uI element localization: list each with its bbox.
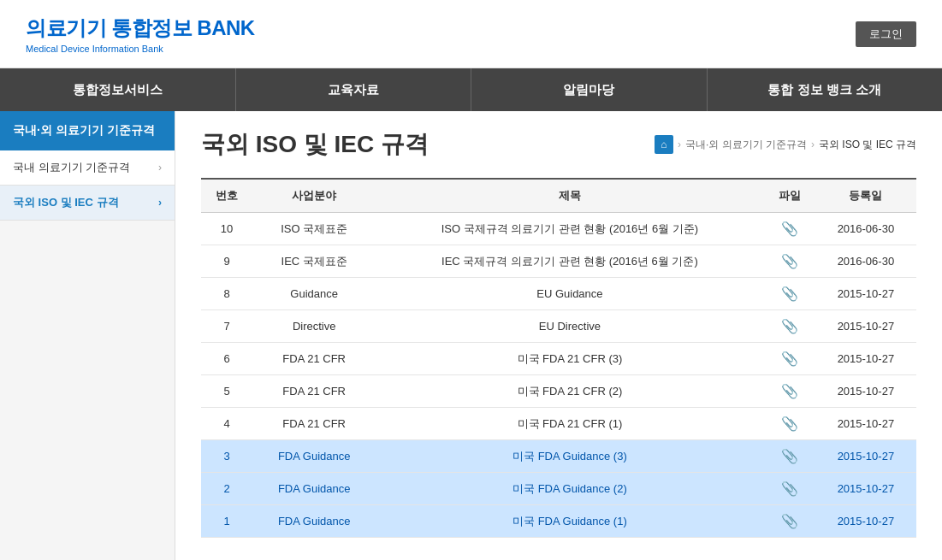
cell-num: 4: [201, 408, 252, 440]
cell-file[interactable]: 📎: [764, 245, 815, 278]
cell-title[interactable]: EU Guidance: [376, 278, 763, 310]
file-download-icon[interactable]: 📎: [781, 416, 798, 432]
logo-title: 의료기기 통합정보 BANK: [26, 15, 255, 42]
file-download-icon[interactable]: 📎: [781, 480, 798, 497]
col-category: 사업분야: [252, 179, 376, 213]
cell-file[interactable]: 📎: [764, 505, 815, 538]
file-download-icon[interactable]: 📎: [781, 351, 798, 367]
table-row[interactable]: 4FDA 21 CFR미국 FDA 21 CFR (1)📎2015-10-27: [201, 408, 916, 440]
main-nav: 통합정보서비스 교육자료 알림마당 통합 정보 뱅크 소개: [0, 68, 942, 111]
cell-num: 10: [201, 213, 252, 245]
cell-category: FDA 21 CFR: [252, 343, 376, 375]
cell-date: 2015-10-27: [815, 375, 916, 408]
cell-date: 2015-10-27: [815, 310, 916, 343]
cell-category: FDA Guidance: [252, 473, 376, 505]
file-download-icon[interactable]: 📎: [781, 318, 798, 334]
file-download-icon[interactable]: 📎: [781, 513, 798, 529]
cell-date: 2015-10-27: [815, 408, 916, 440]
table-row[interactable]: 10ISO 국제표준ISO 국제규격 의료기기 관련 현황 (2016년 6월 …: [201, 213, 916, 245]
cell-title[interactable]: IEC 국제규격 의료기기 관련 현황 (2016년 6월 기준): [376, 245, 763, 278]
cell-category: IEC 국제표준: [252, 245, 376, 278]
breadcrumb: ⌂ › 국내·외 의료기기 기준규격 › 국외 ISO 및 IEC 규격: [655, 135, 916, 154]
breadcrumb-home-icon[interactable]: ⌂: [655, 135, 673, 154]
main-content: 국외 ISO 및 IEC 규격 ⌂ › 국내·외 의료기기 기준규격 › 국외 …: [175, 111, 942, 560]
cell-date: 2015-10-27: [815, 473, 916, 505]
cell-date: 2015-10-27: [815, 343, 916, 375]
cell-category: FDA Guidance: [252, 440, 376, 473]
sidebar-item-iso[interactable]: 국외 ISO 및 IEC 규격 ›: [0, 186, 175, 221]
content-wrapper: 국내·외 의료기기 기준규격 국내 의료기기 기준규격 › 국외 ISO 및 I…: [0, 111, 942, 560]
data-table: 번호 사업분야 제목 파일 등록일 10ISO 국제표준ISO 국제규격 의료기…: [201, 178, 916, 538]
breadcrumb-level2: 국외 ISO 및 IEC 규격: [819, 138, 916, 152]
cell-category: FDA 21 CFR: [252, 408, 376, 440]
cell-num: 9: [201, 245, 252, 278]
cell-file[interactable]: 📎: [764, 408, 815, 440]
breadcrumb-sep2: ›: [811, 139, 815, 150]
cell-title[interactable]: 미국 FDA 21 CFR (2): [376, 375, 763, 408]
cell-file[interactable]: 📎: [764, 473, 815, 505]
col-date: 등록일: [815, 179, 916, 213]
cell-file[interactable]: 📎: [764, 278, 815, 310]
file-download-icon[interactable]: 📎: [781, 383, 798, 399]
sidebar: 국내·외 의료기기 기준규격 국내 의료기기 기준규격 › 국외 ISO 및 I…: [0, 111, 175, 560]
table-row[interactable]: 3FDA Guidance미국 FDA Guidance (3)📎2015-10…: [201, 440, 916, 473]
table-row[interactable]: 2FDA Guidance미국 FDA Guidance (2)📎2015-10…: [201, 473, 916, 505]
breadcrumb-level1[interactable]: 국내·외 의료기기 기준규격: [685, 138, 807, 152]
table-row[interactable]: 5FDA 21 CFR미국 FDA 21 CFR (2)📎2015-10-27: [201, 375, 916, 408]
cell-date: 2016-06-30: [815, 245, 916, 278]
nav-item-notice[interactable]: 알림마당: [471, 68, 708, 111]
cell-num: 8: [201, 278, 252, 310]
cell-file[interactable]: 📎: [764, 310, 815, 343]
table-row[interactable]: 1FDA Guidance미국 FDA Guidance (1)📎2015-10…: [201, 505, 916, 538]
cell-file[interactable]: 📎: [764, 375, 815, 408]
cell-title[interactable]: ISO 국제규격 의료기기 관련 현황 (2016년 6월 기준): [376, 213, 763, 245]
cell-category: ISO 국제표준: [252, 213, 376, 245]
cell-num: 7: [201, 310, 252, 343]
cell-num: 1: [201, 505, 252, 538]
page-title: 국외 ISO 및 IEC 규격: [201, 128, 429, 161]
file-download-icon[interactable]: 📎: [781, 286, 798, 302]
table-body: 10ISO 국제표준ISO 국제규격 의료기기 관련 현황 (2016년 6월 …: [201, 213, 916, 538]
file-download-icon[interactable]: 📎: [781, 253, 798, 269]
cell-title[interactable]: 미국 FDA 21 CFR (1): [376, 408, 763, 440]
sidebar-title: 국내·외 의료기기 기준규격: [0, 111, 175, 150]
cell-category: Directive: [252, 310, 376, 343]
file-download-icon[interactable]: 📎: [781, 221, 798, 237]
cell-title[interactable]: 미국 FDA Guidance (2): [376, 473, 763, 505]
table-row[interactable]: 7DirectiveEU Directive📎2015-10-27: [201, 310, 916, 343]
file-download-icon[interactable]: 📎: [781, 448, 798, 464]
cell-category: Guidance: [252, 278, 376, 310]
cell-num: 2: [201, 473, 252, 505]
nav-item-about[interactable]: 통합 정보 뱅크 소개: [708, 68, 943, 111]
col-title: 제목: [376, 179, 763, 213]
page-title-area: 국외 ISO 및 IEC 규격 ⌂ › 국내·외 의료기기 기준규격 › 국외 …: [201, 128, 916, 161]
nav-item-integrated[interactable]: 통합정보서비스: [0, 68, 236, 111]
cell-title[interactable]: 미국 FDA Guidance (3): [376, 440, 763, 473]
cell-file[interactable]: 📎: [764, 440, 815, 473]
cell-num: 5: [201, 375, 252, 408]
cell-date: 2016-06-30: [815, 213, 916, 245]
sidebar-item-domestic-label: 국내 의료기기 기준규격: [13, 160, 130, 175]
cell-file[interactable]: 📎: [764, 343, 815, 375]
cell-title[interactable]: EU Directive: [376, 310, 763, 343]
table-row[interactable]: 6FDA 21 CFR미국 FDA 21 CFR (3)📎2015-10-27: [201, 343, 916, 375]
cell-num: 3: [201, 440, 252, 473]
logo-subtitle: Medical Device Information Bank: [26, 44, 255, 54]
breadcrumb-sep1: ›: [678, 139, 681, 150]
cell-category: FDA 21 CFR: [252, 375, 376, 408]
logo-area: 의료기기 통합정보 BANK Medical Device Informatio…: [26, 15, 255, 54]
nav-item-education[interactable]: 교육자료: [236, 68, 472, 111]
col-file: 파일: [764, 179, 815, 213]
cell-num: 6: [201, 343, 252, 375]
page-header: 의료기기 통합정보 BANK Medical Device Informatio…: [0, 0, 942, 68]
cell-date: 2015-10-27: [815, 278, 916, 310]
cell-category: FDA Guidance: [252, 505, 376, 538]
sidebar-item-domestic[interactable]: 국내 의료기기 기준규격 ›: [0, 150, 175, 186]
table-row[interactable]: 8GuidanceEU Guidance📎2015-10-27: [201, 278, 916, 310]
table-row[interactable]: 9IEC 국제표준IEC 국제규격 의료기기 관련 현황 (2016년 6월 기…: [201, 245, 916, 278]
chevron-right-icon-active: ›: [158, 197, 162, 209]
cell-title[interactable]: 미국 FDA Guidance (1): [376, 505, 763, 538]
login-button[interactable]: 로그인: [856, 21, 916, 47]
cell-file[interactable]: 📎: [764, 213, 815, 245]
cell-title[interactable]: 미국 FDA 21 CFR (3): [376, 343, 763, 375]
